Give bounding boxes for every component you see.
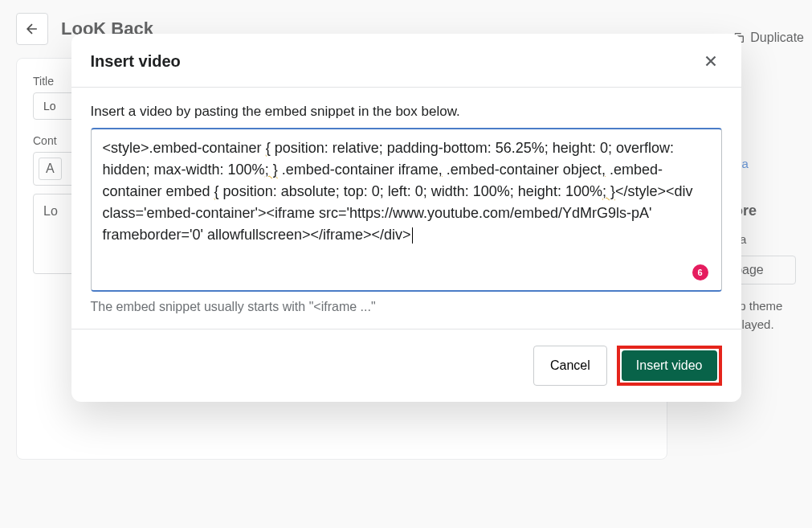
insert-video-modal: Insert video Insert a video by pasting t… xyxy=(71,34,741,402)
modal-instruction: Insert a video by pasting the embed snip… xyxy=(91,104,722,120)
embed-textarea[interactable]: <style>.embed-container { position: rela… xyxy=(91,128,722,292)
embed-content: <style>.embed-container { position: rela… xyxy=(103,137,710,266)
insert-highlight: Insert video xyxy=(617,346,722,386)
close-button[interactable] xyxy=(700,50,722,72)
modal-title: Insert video xyxy=(91,52,181,71)
badge-count: 6 xyxy=(692,264,708,280)
insert-video-button[interactable]: Insert video xyxy=(622,350,717,381)
close-icon xyxy=(702,52,720,70)
cancel-button[interactable]: Cancel xyxy=(533,346,607,386)
modal-overlay: Insert video Insert a video by pasting t… xyxy=(0,0,812,528)
helper-text: The embed snippet usually starts with "<… xyxy=(91,300,722,314)
